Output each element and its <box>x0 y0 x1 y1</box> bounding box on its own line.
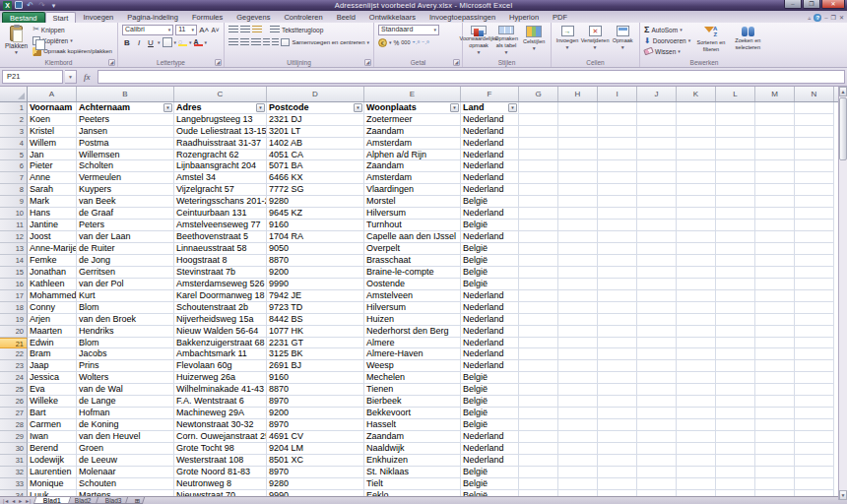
cell-H1[interactable] <box>558 102 598 114</box>
row-header-31[interactable]: 31 <box>0 455 28 467</box>
cell-E20[interactable]: Nederhorst den Berg <box>364 326 461 338</box>
cell-C17[interactable]: Karel Doormanweg 18 <box>174 290 267 302</box>
decrease-indent-icon[interactable] <box>263 38 270 46</box>
cell-E21[interactable]: Almere <box>364 338 461 349</box>
cell-D23[interactable]: 2691 BJ <box>267 360 364 372</box>
scroll-up-icon[interactable]: ▲ <box>839 87 847 96</box>
row-header-20[interactable]: 20 <box>0 326 28 338</box>
cell-B3[interactable]: Jansen <box>77 126 174 138</box>
cell-D20[interactable]: 1077 HK <box>267 326 364 338</box>
cell-F12[interactable]: Nederland <box>461 231 519 243</box>
cell-A20[interactable]: Maarten <box>28 326 77 338</box>
cell-L33[interactable] <box>716 478 755 490</box>
vertical-scrollbar[interactable]: ▲ ▼ <box>838 87 847 500</box>
cell-J33[interactable] <box>637 478 677 490</box>
cell-J30[interactable] <box>637 443 677 455</box>
cell-E33[interactable]: Tielt <box>364 478 461 490</box>
cell-K30[interactable] <box>677 443 716 455</box>
insert-cells-button[interactable]: Invoegen ▼ <box>554 25 581 57</box>
cell-F9[interactable]: België <box>461 196 519 208</box>
cell-L27[interactable] <box>716 408 755 419</box>
cell-I1[interactable] <box>598 102 637 114</box>
cell-K14[interactable] <box>677 255 716 267</box>
next-sheet-icon[interactable]: ► <box>18 498 23 504</box>
cell-B30[interactable]: Groen <box>77 443 174 455</box>
getal-dialog-launcher[interactable]: ◢ <box>453 59 460 66</box>
cell-D22[interactable]: 3125 BK <box>267 348 364 360</box>
cell-L28[interactable] <box>716 419 755 431</box>
cell-G9[interactable] <box>519 196 558 208</box>
cell-J15[interactable] <box>637 267 677 279</box>
cell-F15[interactable]: België <box>461 267 519 279</box>
row-header-26[interactable]: 26 <box>0 396 28 408</box>
fill-button[interactable]: ⬇ Doorvoeren▾ <box>642 35 692 46</box>
cell-B16[interactable]: van der Pol <box>77 279 174 290</box>
cell-F1[interactable]: Land▼ <box>461 102 519 114</box>
cell-G7[interactable] <box>519 172 558 184</box>
cell-M23[interactable] <box>755 360 795 372</box>
column-header-F[interactable]: F <box>461 87 519 101</box>
cell-H3[interactable] <box>558 126 598 138</box>
cell-D24[interactable]: 9160 <box>267 372 364 384</box>
tab-beeld[interactable]: Beeld <box>330 12 362 23</box>
cell-H27[interactable] <box>558 408 598 419</box>
cell-M18[interactable] <box>755 302 795 314</box>
cell-C24[interactable]: Huizerweg 26a <box>174 372 267 384</box>
cell-C29[interactable]: Corn. Ouwejanstraat 25 <box>174 431 267 443</box>
cell-H31[interactable] <box>558 455 598 467</box>
cell-B8[interactable]: Kuypers <box>77 184 174 196</box>
row-header-6[interactable]: 6 <box>0 160 28 172</box>
cell-K8[interactable] <box>677 184 716 196</box>
cell-B11[interactable]: Peters <box>77 220 174 231</box>
last-sheet-icon[interactable]: ►| <box>25 498 31 504</box>
orientation-icon[interactable] <box>252 26 262 33</box>
cell-D32[interactable]: 8970 <box>267 467 364 478</box>
cell-I15[interactable] <box>598 267 637 279</box>
cell-A19[interactable]: Arjen <box>28 314 77 326</box>
cell-M1[interactable] <box>755 102 795 114</box>
cell-M20[interactable] <box>755 326 795 338</box>
cell-B14[interactable]: de Jong <box>77 255 174 267</box>
cell-I2[interactable] <box>598 114 637 126</box>
cell-I27[interactable] <box>598 408 637 419</box>
cell-H16[interactable] <box>558 279 598 290</box>
select-all-corner[interactable] <box>0 87 28 101</box>
cell-L19[interactable] <box>716 314 755 326</box>
insert-worksheet-tab[interactable]: ⊞ <box>125 497 145 504</box>
cell-F27[interactable]: België <box>461 408 519 419</box>
cell-M27[interactable] <box>755 408 795 419</box>
cell-F17[interactable]: Nederland <box>461 290 519 302</box>
cell-D19[interactable]: 8442 BS <box>267 314 364 326</box>
cell-N4[interactable] <box>795 138 834 150</box>
cell-A10[interactable]: Hans <box>28 208 77 220</box>
cell-G24[interactable] <box>519 372 558 384</box>
cell-M14[interactable] <box>755 255 795 267</box>
cell-F29[interactable]: Nederland <box>461 431 519 443</box>
cell-I3[interactable] <box>598 126 637 138</box>
cell-L30[interactable] <box>716 443 755 455</box>
workbook-restore-icon[interactable]: ❐ <box>831 14 836 22</box>
cell-N5[interactable] <box>795 150 834 161</box>
row-header-9[interactable]: 9 <box>0 196 28 208</box>
cell-K11[interactable] <box>677 220 716 231</box>
cell-E29[interactable]: Zaandam <box>364 431 461 443</box>
lettertype-dialog-launcher[interactable]: ◢ <box>215 59 222 66</box>
filter-dropdown-icon[interactable]: ▼ <box>450 103 459 112</box>
cell-K34[interactable] <box>677 490 716 496</box>
cell-A15[interactable]: Jonathan <box>28 267 77 279</box>
cell-C12[interactable]: Beethovenstraat 5 <box>174 231 267 243</box>
tab-hyperion[interactable]: Hyperion <box>502 12 546 23</box>
cell-F18[interactable]: Nederland <box>461 302 519 314</box>
cell-E30[interactable]: Naaldwijk <box>364 443 461 455</box>
align-right-icon[interactable] <box>251 38 261 46</box>
cell-N11[interactable] <box>795 220 834 231</box>
cell-H9[interactable] <box>558 196 598 208</box>
cell-C10[interactable]: Ceintuurbaan 131 <box>174 208 267 220</box>
cell-L16[interactable] <box>716 279 755 290</box>
cell-L5[interactable] <box>716 150 755 161</box>
cell-H6[interactable] <box>558 160 598 172</box>
cell-F22[interactable]: Nederland <box>461 348 519 360</box>
cell-L32[interactable] <box>716 467 755 478</box>
cell-H30[interactable] <box>558 443 598 455</box>
cell-G3[interactable] <box>519 126 558 138</box>
